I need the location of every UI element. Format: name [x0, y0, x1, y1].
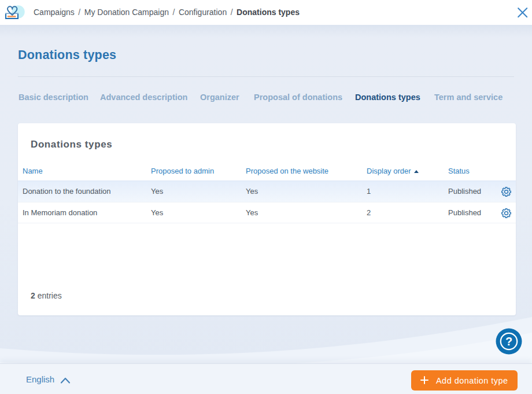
svg-text:?: ?: [505, 335, 512, 348]
